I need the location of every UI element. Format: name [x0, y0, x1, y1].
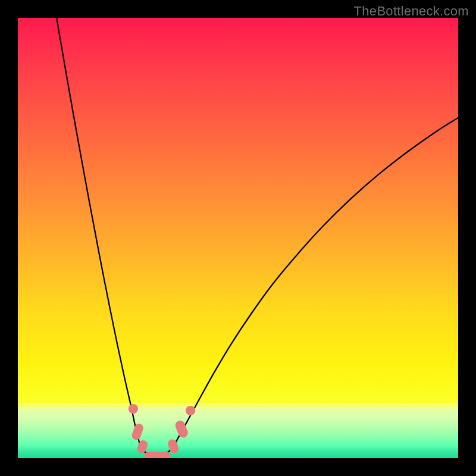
marker-dot — [129, 404, 138, 414]
marker-pill — [174, 419, 189, 439]
marker-pill — [131, 422, 145, 441]
marker-dot — [186, 406, 195, 415]
chart-frame: TheBottleneck.com — [0, 0, 476, 476]
marker-pill — [144, 452, 170, 458]
plot-area — [18, 18, 458, 458]
markers-group — [129, 404, 195, 458]
marker-layer — [18, 18, 458, 458]
watermark-text: TheBottleneck.com — [354, 4, 469, 19]
marker-pill — [167, 438, 180, 454]
